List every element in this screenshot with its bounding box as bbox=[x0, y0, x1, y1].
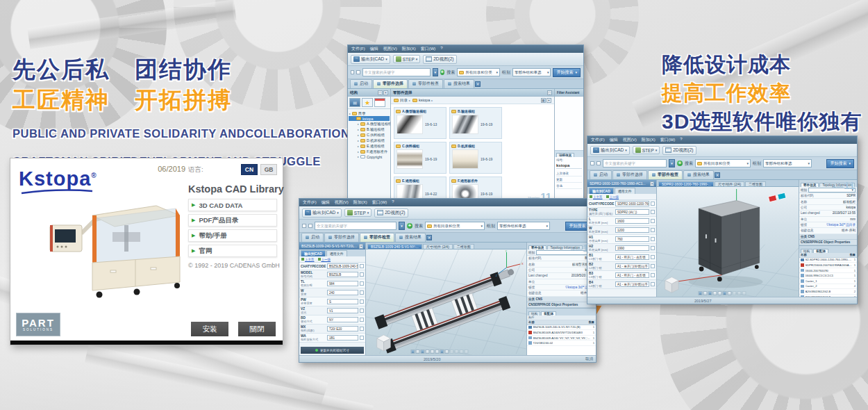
search-input[interactable] bbox=[362, 68, 431, 76]
dialog-menu-item[interactable]: ▶ 3D CAD DATA bbox=[188, 199, 277, 211]
navigation-link[interactable]: 上主页 bbox=[590, 195, 603, 199]
viewport-tool-icon[interactable] bbox=[426, 350, 430, 354]
viewport-tool-icon[interactable] bbox=[431, 350, 435, 354]
menu-item[interactable]: ? bbox=[392, 199, 394, 206]
main-tab[interactable]: 搜索结果 bbox=[395, 233, 426, 242]
preview-2d-button[interactable]: 2D视图(2) bbox=[374, 208, 408, 218]
start-search-button[interactable]: 开始搜索▾ bbox=[826, 159, 854, 168]
menu-item[interactable]: 窗口(W) bbox=[372, 199, 387, 206]
expand-arrow-icon[interactable]: ▸ bbox=[358, 145, 359, 148]
breadcrumb-item[interactable]: 目录 bbox=[394, 98, 410, 103]
parameter-checkbox[interactable] bbox=[651, 219, 655, 223]
parameter-checkbox[interactable] bbox=[360, 272, 364, 277]
step-format-button[interactable]: STEP▾ bbox=[633, 146, 660, 154]
parameter-row[interactable]: B3L3面门·锁 A1 - 双开门 - 合页锁 bbox=[587, 271, 656, 280]
viewport-tool-icon[interactable] bbox=[722, 291, 726, 295]
tab-close-icon[interactable]: ✕ bbox=[475, 81, 481, 87]
parameter-row[interactable]: H2机柜高度 [mm] 1990 bbox=[587, 244, 656, 253]
assembly-item[interactable]: Caster_11 bbox=[799, 279, 857, 284]
viewport-tool-icon[interactable] bbox=[717, 291, 721, 295]
menu-item[interactable]: 编辑 bbox=[610, 137, 618, 143]
parameter-row[interactable]: TL有效行程 984 bbox=[299, 279, 365, 288]
document-tab[interactable]: BSZSLB-1009-240-S-V1-NY-... bbox=[367, 244, 422, 249]
navigation-link[interactable]: 上一级 bbox=[318, 258, 331, 261]
assembly-filter[interactable]: 构件 bbox=[527, 315, 596, 320]
parameter-row[interactable]: BD驱动方式 NY bbox=[299, 315, 365, 325]
parameter-row[interactable]: B4L4面门·锁 A1 - 单开门(带锁)拉手 bbox=[587, 280, 656, 289]
parameter-checkbox[interactable] bbox=[360, 290, 364, 295]
close-button[interactable]: 關閉 bbox=[238, 322, 276, 336]
parameter-row[interactable]: B1L1面门·锁 A1 - 双开门 - 合页锁 bbox=[587, 253, 656, 262]
expand-arrow-icon[interactable]: ▸ bbox=[358, 128, 359, 131]
parameter-row[interactable]: MX电机(选配) T20/ E20 bbox=[299, 325, 365, 334]
parameter-row[interactable]: L机柜长度 [mm] 1600 bbox=[587, 217, 656, 226]
main-tab[interactable]: 零部件选择 bbox=[324, 233, 359, 242]
main-tab[interactable]: 启动 bbox=[590, 170, 612, 179]
tree-item[interactable]: ▸ Copyright bbox=[349, 154, 390, 159]
viewport-tool-icon[interactable] bbox=[421, 350, 425, 354]
assembly-item[interactable]: 1600L200760U901 bbox=[799, 268, 857, 274]
parameter-checkbox[interactable] bbox=[360, 309, 364, 313]
export-cad-button[interactable]: 输出到CAD▾ bbox=[302, 208, 342, 218]
assembly-item[interactable]: BSZSLB1009-A240 'V1','V2','V3','V4','V5'… bbox=[527, 336, 596, 341]
viewport-tool-icon[interactable] bbox=[416, 350, 420, 354]
tab-close-icon[interactable]: ✕ bbox=[715, 172, 720, 178]
menu-item[interactable]: 编辑 bbox=[370, 46, 378, 52]
expand-arrow-icon[interactable]: ▸ bbox=[349, 112, 351, 115]
document-tab[interactable]: 尺寸/组件 (2/4) bbox=[715, 181, 744, 186]
viewport-tool-icon[interactable] bbox=[708, 291, 712, 295]
dialog-menu-item[interactable]: ▶ PDF产品目录 bbox=[188, 214, 277, 227]
search-dropdown-button[interactable]: ▾ bbox=[399, 222, 405, 230]
viewport-tool-icon[interactable] bbox=[727, 291, 731, 295]
viewport-tool-icon[interactable] bbox=[698, 291, 702, 295]
parameter-panel-tab[interactable]: 通用文件 bbox=[326, 250, 347, 256]
parameter-row[interactable]: H1台面高度 [mm] 760 bbox=[587, 235, 656, 244]
parameter-row[interactable]: CHATYPECODE BSZSLB-1009-240-S-V1-P bbox=[299, 263, 365, 270]
search-option-checkbox[interactable] bbox=[356, 70, 360, 74]
parameter-checkbox[interactable] bbox=[651, 237, 655, 241]
parameter-row[interactable]: WA电机安装方式 1B1 bbox=[299, 334, 365, 343]
navigation-link[interactable]: 上主页 bbox=[301, 258, 315, 261]
parameter-panel-tab[interactable]: 输出到CAD bbox=[589, 188, 614, 194]
main-tab[interactable]: 零部件检查 bbox=[360, 233, 394, 242]
assembly-item[interactable]: A2G39019612G2-B2 bbox=[799, 289, 857, 295]
start-search-button[interactable]: 开始搜索▾ bbox=[553, 68, 581, 77]
group-combo[interactable]: 零部件组和单选▾ bbox=[512, 68, 551, 76]
tree-item[interactable]: ▸ D.机床模组 bbox=[349, 138, 390, 143]
export-cad-button[interactable]: 输出到CAD▾ bbox=[590, 146, 630, 155]
parameter-row[interactable]: TYPE属性类 (四门/标准) SDPR2 (四门) bbox=[587, 208, 656, 217]
search-scope-combo[interactable]: 所有目录和分类▾ bbox=[695, 159, 751, 167]
preview-2d-button[interactable]: 2D视图(2) bbox=[662, 146, 696, 155]
group-combo[interactable]: ▾ bbox=[536, 250, 594, 255]
search-input[interactable] bbox=[315, 222, 397, 230]
menu-item[interactable]: 视图(V) bbox=[623, 137, 637, 143]
parameter-row[interactable]: MODEL型号代码 BSZSLB bbox=[299, 270, 365, 279]
history-calendar-icon[interactable] bbox=[374, 98, 385, 107]
catalog-db-icon[interactable]: ▤ bbox=[349, 98, 360, 107]
viewport-tool-icon[interactable] bbox=[435, 350, 440, 354]
parameter-row[interactable]: PW皮带宽度 S bbox=[299, 297, 365, 306]
tab-close-icon[interactable]: ✕ bbox=[426, 235, 432, 240]
parameter-checkbox[interactable] bbox=[651, 255, 655, 259]
view-grid-icon[interactable]: ▦ bbox=[541, 98, 546, 103]
assembly-item[interactable]: S2-SDPR2-1600-1200-760-1990-A16GA16G...1 bbox=[799, 258, 857, 263]
parameter-panel-tab[interactable]: 通用文件 bbox=[615, 188, 635, 194]
search-dropdown-button[interactable]: ▾ bbox=[433, 68, 438, 76]
category-card[interactable]: B.输送模组 19-6-19 bbox=[449, 107, 502, 139]
parameter-checkbox[interactable] bbox=[360, 327, 364, 331]
expand-arrow-icon[interactable]: ▸ bbox=[358, 122, 359, 126]
parameter-checkbox[interactable] bbox=[651, 246, 655, 250]
main-tab[interactable]: 零部件选择 bbox=[612, 170, 647, 179]
main-tab[interactable]: 零部件检查 bbox=[648, 170, 683, 179]
search-option-checkbox[interactable] bbox=[590, 161, 594, 165]
viewport-tool-icon[interactable] bbox=[411, 350, 415, 354]
panel-maximize-icon[interactable]: ▢ bbox=[378, 90, 383, 95]
assembly-item[interactable]: Caster_24 bbox=[799, 284, 857, 290]
viewport-tool-icon[interactable] bbox=[703, 291, 707, 295]
main-tab[interactable]: 零部件选择 bbox=[373, 79, 408, 88]
parameter-checkbox[interactable] bbox=[360, 336, 364, 340]
parameter-row[interactable]: W机柜宽度 [mm] 1200 bbox=[587, 226, 656, 235]
category-card[interactable]: D.机床模组 19-6-19 bbox=[449, 142, 502, 174]
search-option-checkbox[interactable] bbox=[351, 70, 354, 74]
parameter-row[interactable]: W宽度 240 bbox=[299, 288, 365, 297]
